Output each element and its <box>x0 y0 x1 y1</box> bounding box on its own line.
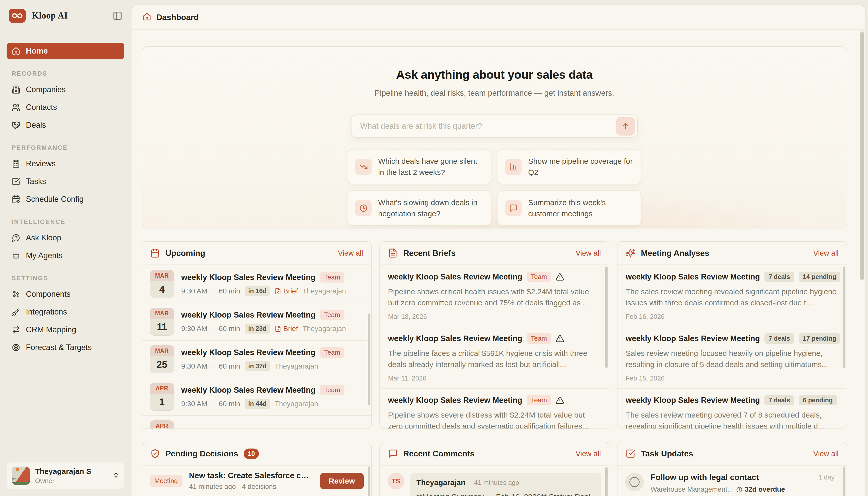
suggestion-text: Summarize this week's customer meetings <box>528 197 633 219</box>
check-square-icon <box>626 449 635 459</box>
recent-briefs-card: Recent Briefs View all weekly Kloop Sale… <box>379 241 610 429</box>
brief-label: Brief <box>283 287 298 295</box>
user-name: Theyagarajan S <box>35 467 91 476</box>
file-text-icon <box>388 248 398 258</box>
sidebar-item-home[interactable]: Home <box>6 43 124 59</box>
event-owner: Theyagarajan <box>274 362 318 370</box>
scrollbar-thumb[interactable] <box>605 266 607 368</box>
event-row[interactable]: MAR 25 weekly Kloop Sales Review Meeting… <box>142 341 371 378</box>
task-checkbox[interactable] <box>625 472 644 492</box>
countdown-badge: in 37d <box>244 361 270 371</box>
sidebar-toggle-button[interactable] <box>113 11 122 20</box>
handshake-icon <box>12 121 20 129</box>
upcoming-list: MAR 4 weekly Kloop Sales Review Meeting … <box>142 265 371 429</box>
event-row[interactable]: APR 1 weekly Kloop Sales Review Meeting … <box>142 378 371 416</box>
team-badge: Team <box>320 347 344 358</box>
sidebar-item-deals[interactable]: Deals <box>6 117 124 134</box>
meeting-tag: Meeting <box>150 475 183 487</box>
briefs-view-all[interactable]: View all <box>575 249 601 258</box>
ask-box <box>351 114 638 138</box>
sidebar-item-ask-kloop[interactable]: Ask Kloop <box>6 230 124 246</box>
sidebar-item-contacts[interactable]: Contacts <box>6 99 124 116</box>
comments-view-all[interactable]: View all <box>575 450 601 458</box>
analysis-item[interactable]: weekly Kloop Sales Review Meeting 7 deal… <box>617 265 847 327</box>
event-main: weekly Kloop Sales Review Meeting Team 9… <box>181 385 344 409</box>
sidebar-item-components[interactable]: Components <box>6 286 124 303</box>
scrollbar-thumb[interactable] <box>843 467 846 496</box>
event-month: MAR <box>150 308 174 319</box>
brief-item[interactable]: weekly Kloop Sales Review Meeting Team P… <box>380 389 609 429</box>
event-row[interactable]: MAR 11 weekly Kloop Sales Review Meeting… <box>142 303 371 341</box>
send-button[interactable] <box>616 117 635 136</box>
event-meta: 9:30 AM · 60 min in 37d Theyagarajan <box>181 361 344 371</box>
scrollbar-thumb[interactable] <box>605 467 607 496</box>
sidebar-nav: Home RECORDS Companies Contacts Deals PE… <box>6 43 124 357</box>
suggestion-silent-deals[interactable]: Which deals have gone silent in the last… <box>348 149 491 184</box>
card-title: Recent Comments <box>403 449 475 459</box>
sidebar-item-companies[interactable]: Companies <box>6 81 124 98</box>
brief-item[interactable]: weekly Kloop Sales Review Meeting Team P… <box>380 265 609 327</box>
page-scrollbar-thumb[interactable] <box>861 31 864 280</box>
analysis-title: weekly Kloop Sales Review Meeting <box>626 396 760 405</box>
brief-link[interactable]: Brief <box>274 325 298 333</box>
shield-check-icon <box>150 449 160 459</box>
brief-link[interactable]: Brief <box>274 287 298 295</box>
analysis-item[interactable]: weekly Kloop Sales Review Meeting 7 deal… <box>617 389 847 429</box>
event-day: 1 <box>150 394 174 410</box>
suggestion-summarize-meetings[interactable]: Summarize this week's customer meetings <box>498 190 641 226</box>
sidebar-item-label: Contacts <box>26 103 57 112</box>
event-time: 9:30 AM <box>181 325 207 333</box>
sidebar-item-tasks[interactable]: Tasks <box>6 173 124 190</box>
tasks-view-all[interactable]: View all <box>814 450 839 458</box>
ask-input[interactable] <box>360 122 610 131</box>
task-row[interactable]: Follow up with legal contact 1 day Wareh… <box>617 466 847 496</box>
breadcrumb-home-icon[interactable] <box>143 13 151 22</box>
sidebar-item-integrations[interactable]: Integrations <box>6 304 124 320</box>
user-menu[interactable]: Theyagarajan S Owner <box>6 463 124 489</box>
scrollbar-thumb[interactable] <box>843 266 846 368</box>
sidebar-item-label: Companies <box>26 85 66 94</box>
sparkles-icon <box>626 248 635 258</box>
review-button[interactable]: Review <box>320 472 363 490</box>
cards-row-2: Pending Decisions 10 Meeting New task: C… <box>142 442 847 496</box>
bar-chart-icon <box>505 159 522 175</box>
suggestion-text: Show me pipeline coverage for Q2 <box>528 156 633 178</box>
hero-subtitle: Pipeline health, deal risks, team perfor… <box>375 89 614 98</box>
upcoming-view-all[interactable]: View all <box>338 249 363 258</box>
app-name: Kloop AI <box>32 11 68 21</box>
scrollbar-thumb[interactable] <box>368 467 370 496</box>
sidebar-item-schedule-config[interactable]: Schedule Config <box>6 191 124 208</box>
date-badge: APR 1 <box>150 383 174 411</box>
suggestion-pipeline-coverage[interactable]: Show me pipeline coverage for Q2 <box>498 149 641 184</box>
analyses-view-all[interactable]: View all <box>814 249 839 258</box>
date-badge: MAR 4 <box>150 270 174 298</box>
sidebar-item-my-agents[interactable]: My Agents <box>6 247 124 264</box>
event-row[interactable]: MAR 4 weekly Kloop Sales Review Meeting … <box>142 265 371 303</box>
sidebar: Kloop AI Home RECORDS Companies Contacts… <box>0 0 131 496</box>
app-logo <box>9 9 26 23</box>
decisions-header: Pending Decisions 10 <box>142 442 371 466</box>
card-title: Task Updates <box>641 449 693 459</box>
sidebar-item-forecast-targets[interactable]: Forecast & Targets <box>6 339 124 356</box>
sidebar-item-label: Forecast & Targets <box>26 343 92 352</box>
avatar <box>12 467 30 485</box>
check-square-icon <box>12 177 20 186</box>
event-month: MAR <box>150 270 174 281</box>
sidebar-item-label: Home <box>26 46 48 56</box>
file-check-icon <box>274 288 281 294</box>
sidebar-item-reviews[interactable]: Reviews <box>6 155 124 172</box>
brief-item[interactable]: weekly Kloop Sales Review Meeting Team T… <box>380 327 609 389</box>
event-title: weekly Kloop Sales Review Meeting <box>181 273 315 282</box>
suggestion-slow-deals[interactable]: What's slowing down deals in negotiation… <box>348 190 491 226</box>
analysis-item[interactable]: weekly Kloop Sales Review Meeting 7 deal… <box>617 327 847 389</box>
comment-row[interactable]: TS Theyagarajan · 41 minutes ago **Meeti… <box>380 466 609 496</box>
sidebar-item-crm-mapping[interactable]: CRM Mapping <box>6 321 124 338</box>
decision-row[interactable]: Meeting New task: Create Salesforce comp… <box>142 466 371 496</box>
event-row[interactable]: APR weekly Kloop Sales Review Meeting Te… <box>142 416 371 429</box>
scrollbar-thumb[interactable] <box>368 313 370 405</box>
tasks-header: Task Updates View all <box>617 442 847 466</box>
deals-badge: 7 deals <box>764 395 794 405</box>
dot-separator: · <box>212 325 214 333</box>
pending-badge: 17 pending <box>799 333 840 344</box>
upcoming-header: Upcoming View all <box>142 242 371 265</box>
